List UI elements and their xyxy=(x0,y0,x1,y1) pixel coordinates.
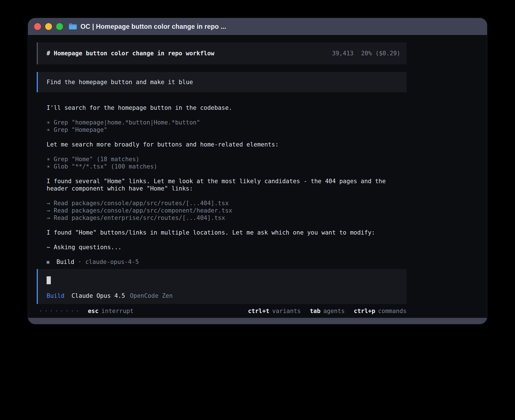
session-header: # Homepage button color change in repo w… xyxy=(37,42,407,64)
spinner-dots: ········ xyxy=(39,307,81,315)
user-message: Find the homepage button and make it blu… xyxy=(37,72,407,92)
transcript-line: → Read packages/console/app/src/componen… xyxy=(47,207,394,214)
shortcut-variants: ctrl+tvariants xyxy=(248,307,301,315)
window-title: OC | Homepage button color change in rep… xyxy=(80,23,226,30)
prompt-input[interactable]: Build Claude Opus 4.5 OpenCode Zen xyxy=(37,269,407,304)
interrupt-hint: escinterrupt xyxy=(88,307,134,315)
shortcut-label: commands xyxy=(378,308,407,314)
terminal-content: # Homepage button color change in repo w… xyxy=(28,35,407,315)
close-button[interactable] xyxy=(34,23,41,30)
input-mode-line: Build Claude Opus 4.5 OpenCode Zen xyxy=(47,292,400,299)
shortcut-key: tab xyxy=(310,308,320,314)
tool-call-group: ∗ Grep "homepage|home.*button|Home.*butt… xyxy=(47,119,394,134)
window-controls xyxy=(34,23,63,30)
transcript-line: → Read packages/console/app/src/routes/[… xyxy=(47,200,394,207)
agent-mode: Build xyxy=(56,258,74,266)
agent-model: claude-opus-4-5 xyxy=(85,258,139,266)
session-title: # Homepage button color change in repo w… xyxy=(47,50,214,57)
agent-status-line: ▣ Build · claude-opus-4-5 xyxy=(37,258,407,266)
assistant-text: I found "Home" buttons/links in multiple… xyxy=(47,229,394,236)
shortcut-label: variants xyxy=(272,308,301,314)
tool-call-group: ∗ Grep "Home" (18 matches)∗ Glob "**/*.t… xyxy=(47,156,394,170)
titlebar: OC | Homepage button color change in rep… xyxy=(28,18,487,35)
window-footer xyxy=(28,318,487,324)
assistant-text: Let me search more broadly for buttons a… xyxy=(47,141,394,148)
assistant-text: I found several "Home" links. Let me loo… xyxy=(47,178,394,192)
user-message-text: Find the homepage button and make it blu… xyxy=(47,79,193,86)
input-mode[interactable]: Build xyxy=(47,292,64,299)
session-meta: 39,413 20% ($0.29) xyxy=(332,50,400,57)
input-provider: OpenCode Zen xyxy=(130,292,173,299)
assistant-text: ~ Asking questions... xyxy=(47,244,394,251)
transcript-line: ∗ Grep "Homepage" xyxy=(47,126,394,134)
transcript-line: ∗ Glob "**/*.tsx" (100 matches) xyxy=(47,163,394,170)
context-usage: 20% ($0.29) xyxy=(361,50,400,57)
input-model[interactable]: Claude Opus 4.5 xyxy=(71,292,125,299)
transcript-line: → Read packages/enterprise/src/routes/[.… xyxy=(47,214,394,222)
transcript: I'll search for the homepage button in t… xyxy=(37,104,407,251)
esc-label: interrupt xyxy=(101,308,134,314)
text-cursor xyxy=(47,276,51,284)
shortcut-key: ctrl+t xyxy=(248,308,269,314)
transcript-line: ~ Asking questions... xyxy=(47,244,394,251)
statusbar: ········ escinterrupt ctrl+tvariantstaba… xyxy=(37,307,407,315)
folder-icon xyxy=(69,23,77,30)
shortcut-commands: ctrl+pcommands xyxy=(354,307,407,315)
transcript-line: I found "Home" buttons/links in multiple… xyxy=(47,229,394,236)
transcript-line: I'll search for the homepage button in t… xyxy=(47,104,394,111)
tool-call-group: → Read packages/console/app/src/routes/[… xyxy=(47,200,394,222)
shortcut-key: ctrl+p xyxy=(354,308,375,314)
shortcut-agents: tabagents xyxy=(310,307,345,315)
zoom-button[interactable] xyxy=(56,23,63,30)
transcript-line: ∗ Grep "homepage|home.*button|Home.*butt… xyxy=(47,119,394,126)
minimize-button[interactable] xyxy=(45,23,52,30)
statusbar-shortcuts: ctrl+tvariantstabagentsctrl+pcommands xyxy=(248,307,407,315)
esc-key: esc xyxy=(88,308,99,314)
assistant-text: I'll search for the homepage button in t… xyxy=(47,104,394,111)
agent-build-icon: ▣ xyxy=(47,258,53,266)
token-count: 39,413 xyxy=(332,50,353,57)
shortcut-label: agents xyxy=(323,308,345,314)
transcript-line: ∗ Grep "Home" (18 matches) xyxy=(47,156,394,163)
desktop: OC | Homepage button color change in rep… xyxy=(0,0,515,420)
transcript-line: Let me search more broadly for buttons a… xyxy=(47,141,394,148)
statusbar-left: ········ escinterrupt xyxy=(39,307,134,315)
transcript-line: I found several "Home" links. Let me loo… xyxy=(47,178,394,192)
terminal-window: OC | Homepage button color change in rep… xyxy=(28,18,487,324)
agent-separator: · xyxy=(78,258,82,266)
